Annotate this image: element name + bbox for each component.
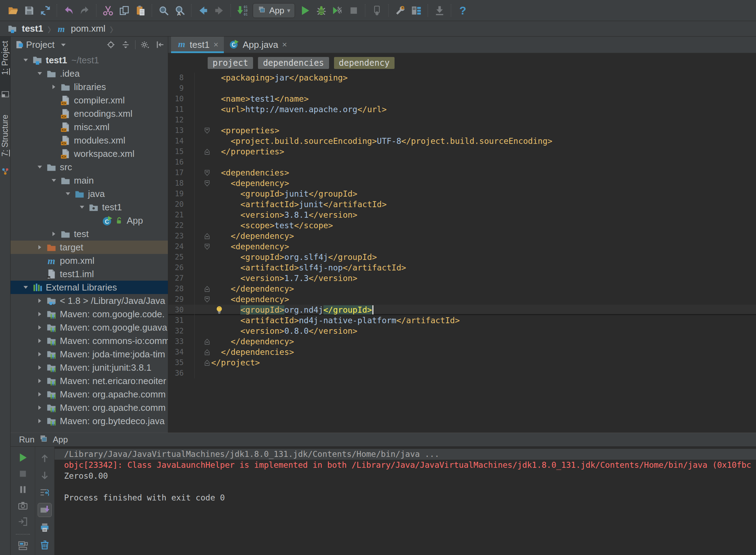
tree-item[interactable]: test1~/test1 — [11, 53, 168, 67]
tree-item[interactable]: Maven: org.bytedeco.java — [11, 414, 168, 428]
hide-panel-icon[interactable] — [154, 39, 166, 51]
code-line-30[interactable]: 30 <groupId>org.nd4j</groupId> — [168, 305, 756, 315]
tree-item[interactable]: test1 — [11, 200, 168, 214]
paste-button[interactable] — [132, 2, 149, 19]
prev-occurrence-button[interactable] — [38, 452, 51, 465]
tree-item[interactable]: Maven: joda-time:joda-tim — [11, 347, 168, 361]
code-line-12[interactable]: 12 — [168, 115, 756, 125]
tree-item[interactable]: main — [11, 174, 168, 187]
code-line-33[interactable]: 33 </dependency> — [168, 336, 756, 347]
project-structure-button[interactable] — [408, 2, 424, 19]
thread-dump-button[interactable] — [16, 500, 30, 512]
locate-icon[interactable] — [105, 39, 117, 51]
debug-button[interactable] — [313, 2, 329, 19]
tree-item[interactable]: External Libraries — [11, 281, 168, 294]
tree-collapse-arrow-icon[interactable] — [48, 229, 60, 239]
run-config-selector[interactable]: App▾ — [253, 3, 295, 18]
code-line-24[interactable]: 24 <dependency> — [168, 241, 756, 252]
breadcrumb-project[interactable]: project — [208, 57, 253, 69]
print-button[interactable] — [38, 521, 51, 534]
tree-item[interactable]: src — [11, 160, 168, 174]
cut-button[interactable] — [100, 2, 116, 19]
tree-item[interactable]: libraries — [11, 80, 168, 94]
back-button[interactable] — [195, 2, 211, 19]
update-project-button[interactable]: 011001 — [234, 2, 251, 19]
tree-collapse-arrow-icon[interactable] — [33, 349, 46, 359]
code-line-10[interactable]: 10 <name>test1</name> — [168, 94, 756, 104]
code-line-14[interactable]: 14 <project.build.sourceEncoding>UTF-8</… — [168, 136, 756, 146]
tree-collapse-arrow-icon[interactable] — [33, 323, 46, 332]
tree-item[interactable]: test — [11, 227, 168, 241]
code-line-20[interactable]: 20 <artifactId>junit</artifactId> — [168, 199, 756, 210]
tab-test1[interactable]: m test1 × — [171, 37, 224, 53]
tree-collapse-arrow-icon[interactable] — [33, 242, 46, 252]
close-icon[interactable]: × — [213, 40, 218, 50]
tree-item[interactable]: Maven: com.google.code. — [11, 307, 168, 321]
tool-button-structure[interactable]: 7: Structure — [0, 115, 10, 164]
breadcrumb-dependencies[interactable]: dependencies — [258, 57, 329, 69]
tree-item[interactable]: Maven: org.apache.comm — [11, 388, 168, 401]
synchronize-button[interactable] — [37, 2, 53, 19]
code-line-9[interactable]: 9 — [168, 83, 756, 94]
code-line-8[interactable]: 8 <packaging>jar</packaging> — [168, 72, 756, 83]
tree-collapse-arrow-icon[interactable] — [33, 376, 46, 386]
forward-button[interactable] — [211, 2, 227, 19]
code-line-11[interactable]: 11 <url>http://maven.apache.org</url> — [168, 104, 756, 115]
tree-item[interactable]: <> encodings.xml — [11, 107, 168, 120]
help-button[interactable]: ? — [455, 2, 471, 19]
open-button[interactable] — [5, 2, 21, 19]
code-line-16[interactable]: 16 — [168, 157, 756, 167]
code-line-18[interactable]: 18 <dependency> — [168, 178, 756, 189]
gear-icon[interactable] — [139, 39, 151, 51]
tree-expand-arrow-icon[interactable] — [76, 202, 88, 212]
tree-item[interactable]: .idea — [11, 67, 168, 80]
collapse-all-icon[interactable] — [120, 39, 132, 51]
fold-marker-down[interactable] — [194, 167, 211, 178]
redo-button[interactable] — [77, 2, 93, 19]
tree-item[interactable]: Maven: net.ericaro:neoiter — [11, 374, 168, 388]
code-line-22[interactable]: 22 <scope>test</scope> — [168, 220, 756, 231]
code-editor[interactable]: 8 <packaging>jar</packaging> 9 10 <name>… — [168, 72, 756, 378]
structure-tool-icon[interactable] — [1, 167, 10, 176]
tree-item[interactable]: <> modules.xml — [11, 134, 168, 147]
clear-all-button[interactable] — [38, 538, 51, 551]
tree-collapse-arrow-icon[interactable] — [33, 416, 46, 426]
code-line-35[interactable]: 35 </project> — [168, 357, 756, 368]
code-line-36[interactable]: 36 — [168, 368, 756, 378]
tree-item[interactable]: java — [11, 187, 168, 200]
find-button[interactable] — [156, 2, 172, 19]
fold-marker-up[interactable] — [194, 231, 211, 241]
code-line-28[interactable]: 28 </dependency> — [168, 283, 756, 294]
tree-item[interactable]: target — [11, 241, 168, 254]
fold-marker-down[interactable] — [194, 294, 211, 305]
save-all-button[interactable] — [21, 2, 37, 19]
console-settings-button[interactable] — [16, 540, 30, 552]
pause-output-button[interactable] — [16, 484, 30, 496]
code-line-25[interactable]: 25 <groupId>org.slf4j</groupId> — [168, 252, 756, 262]
run-with-coverage-button[interactable] — [329, 2, 346, 19]
code-line-13[interactable]: 13 <properties> — [168, 125, 756, 136]
soft-wrap-button[interactable] — [38, 486, 51, 499]
breadcrumb-project[interactable]: test1 — [22, 23, 43, 34]
fold-marker-down[interactable] — [194, 178, 211, 189]
close-console-button[interactable] — [16, 516, 30, 528]
undo-button[interactable] — [61, 2, 77, 19]
tree-collapse-arrow-icon[interactable] — [33, 363, 46, 372]
code-line-29[interactable]: 29 <dependency> — [168, 294, 756, 305]
console[interactable]: /Library/Java/JavaVirtualMachines/jdk1.8… — [55, 447, 756, 555]
tree-item[interactable]: Maven: org.apache.comm — [11, 401, 168, 414]
fold-marker-down[interactable] — [194, 125, 211, 136]
tree-item[interactable]: Maven: junit:junit:3.8.1 — [11, 361, 168, 374]
project-tool-icon[interactable] — [1, 90, 10, 98]
fold-marker-up[interactable] — [194, 146, 211, 157]
attach-debugger-button[interactable] — [369, 2, 385, 19]
rerun-button[interactable] — [16, 452, 30, 464]
scroll-to-end-button[interactable] — [38, 503, 52, 517]
code-line-27[interactable]: 27 <version>1.7.3</version> — [168, 273, 756, 283]
intention-bulb-icon[interactable] — [215, 305, 224, 314]
tree-expand-arrow-icon[interactable] — [19, 282, 32, 292]
tree-collapse-arrow-icon[interactable] — [33, 296, 46, 306]
close-icon[interactable]: × — [282, 40, 287, 50]
tree-collapse-arrow-icon[interactable] — [48, 82, 60, 92]
breadcrumb-dependency[interactable]: dependency — [334, 57, 395, 69]
